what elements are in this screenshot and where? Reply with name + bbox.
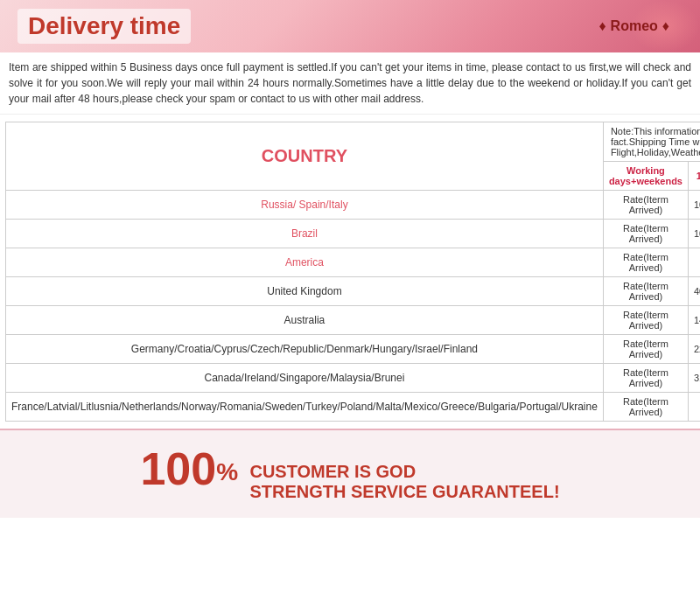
table-row-rate: Rate(Iterm Arrived) bbox=[603, 335, 688, 364]
table-row-country: Brazil bbox=[6, 220, 604, 248]
table-row-country: Germany/Croatia/Cyprus/Czech/Republic/De… bbox=[6, 335, 604, 364]
footer-percent: % bbox=[216, 458, 238, 485]
footer: 100% CUSTOMER IS GOD STRENGTH SERVICE GU… bbox=[0, 429, 700, 518]
page-header: Delivery time Romeo bbox=[0, 0, 700, 52]
col-header-working: Workingdays+weekends bbox=[603, 162, 688, 191]
table-row-rate: Rate(Iterm Arrived) bbox=[603, 306, 688, 335]
table-row-c1: 22.20% bbox=[688, 335, 700, 364]
table-row-c1: 10.50% bbox=[688, 220, 700, 248]
table-row-c1: 25% bbox=[688, 393, 700, 422]
table-row-rate: Rate(Iterm Arrived) bbox=[603, 364, 688, 393]
table-row-country: Canada/Ireland/Singapore/Malaysia/Brunei bbox=[6, 364, 604, 393]
table-row-c1: 14.30% bbox=[688, 306, 700, 335]
table-row-c1: 10.50% bbox=[688, 191, 700, 220]
description-text: Item are shipped within 5 Business days … bbox=[0, 52, 700, 115]
table-row-rate: Rate(Iterm Arrived) bbox=[603, 277, 688, 306]
table-row-country: United Kingdom bbox=[6, 277, 604, 306]
table-wrapper: COUNTRY Note:This information is offered… bbox=[0, 115, 700, 429]
table-row-country: France/Latvial/Litlusnia/Netherlands/Nor… bbox=[6, 393, 604, 422]
footer-text-block: CUSTOMER IS GOD STRENGTH SERVICE GUARANT… bbox=[249, 462, 559, 502]
table-row-rate: Rate(Iterm Arrived) bbox=[603, 191, 688, 220]
footer-line1: CUSTOMER IS GOD bbox=[249, 462, 559, 482]
page-title: Delivery time bbox=[18, 9, 191, 44]
table-row-c1: 25% bbox=[688, 248, 700, 277]
delivery-table: COUNTRY Note:This information is offered… bbox=[5, 122, 700, 422]
col-header-10-19: 10--19 bbox=[688, 162, 700, 191]
footer-line2: STRENGTH SERVICE GUARANTEEL! bbox=[249, 482, 559, 502]
table-row-rate: Rate(Iterm Arrived) bbox=[603, 248, 688, 277]
table-row-c1: 31.40% bbox=[688, 364, 700, 393]
romeo-label: Romeo bbox=[594, 18, 674, 34]
country-header-cell: COUNTRY bbox=[6, 122, 604, 191]
table-row-country: Australia bbox=[6, 306, 604, 335]
table-row-rate: Rate(Iterm Arrived) bbox=[603, 393, 688, 422]
table-row-rate: Rate(Iterm Arrived) bbox=[603, 220, 688, 248]
table-row-country: Russia/ Spain/Italy bbox=[6, 191, 604, 220]
footer-big-number: 100 bbox=[140, 446, 216, 492]
note-cell: Note:This information is offered only,an… bbox=[603, 122, 700, 162]
table-row-country: America bbox=[6, 248, 604, 277]
table-row-c1: 40.10% bbox=[688, 277, 700, 306]
